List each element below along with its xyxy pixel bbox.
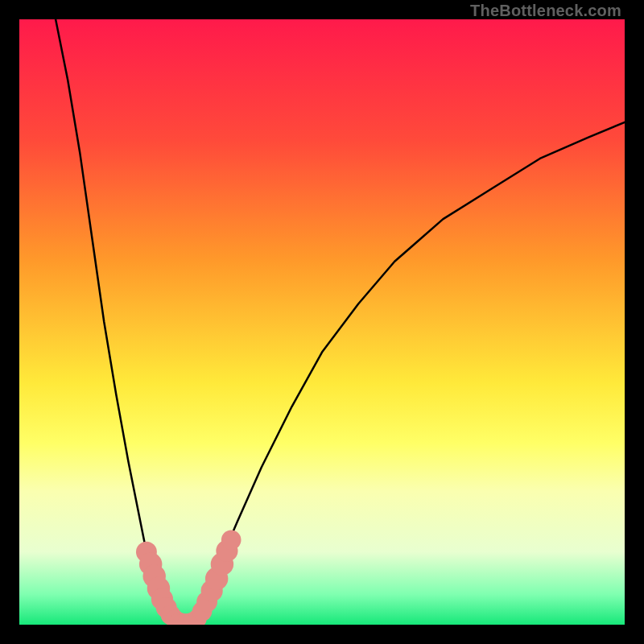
watermark-text: TheBottleneck.com (470, 2, 621, 20)
chart-svg (19, 19, 625, 625)
gradient-background (19, 19, 625, 625)
chart-frame (19, 19, 625, 625)
marker-dot (221, 530, 242, 550)
